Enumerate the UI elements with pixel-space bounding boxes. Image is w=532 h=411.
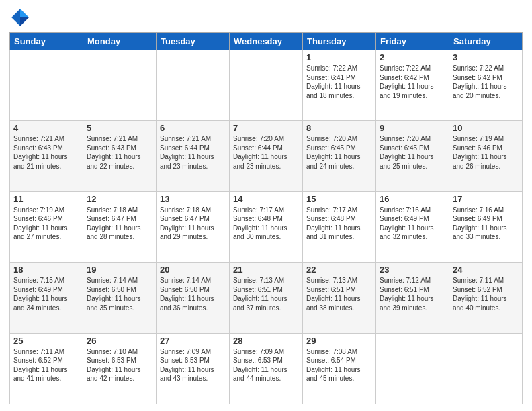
- day-number: 3: [453, 52, 519, 62]
- day-info: Sunrise: 7:09 AM Sunset: 6:53 PM Dayligh…: [233, 347, 299, 383]
- day-info: Sunrise: 7:10 AM Sunset: 6:53 PM Dayligh…: [87, 347, 152, 383]
- calendar-cell: 23Sunrise: 7:12 AM Sunset: 6:51 PM Dayli…: [376, 263, 449, 333]
- day-header-tuesday: Tuesday: [157, 33, 230, 50]
- header-row: SundayMondayTuesdayWednesdayThursdayFrid…: [10, 33, 523, 50]
- calendar-cell: 28Sunrise: 7:09 AM Sunset: 6:53 PM Dayli…: [230, 333, 303, 404]
- day-info: Sunrise: 7:21 AM Sunset: 6:43 PM Dayligh…: [87, 134, 152, 171]
- calendar-cell: 2Sunrise: 7:22 AM Sunset: 6:42 PM Daylig…: [376, 50, 449, 121]
- week-row-1: 1Sunrise: 7:22 AM Sunset: 6:41 PM Daylig…: [10, 50, 523, 121]
- day-info: Sunrise: 7:08 AM Sunset: 6:54 PM Dayligh…: [306, 347, 372, 383]
- calendar-cell: 8Sunrise: 7:20 AM Sunset: 6:45 PM Daylig…: [303, 121, 376, 191]
- day-info: Sunrise: 7:20 AM Sunset: 6:45 PM Dayligh…: [380, 134, 445, 171]
- calendar-cell: [230, 50, 303, 121]
- day-number: 18: [13, 265, 79, 275]
- day-info: Sunrise: 7:21 AM Sunset: 6:44 PM Dayligh…: [160, 134, 226, 171]
- day-info: Sunrise: 7:18 AM Sunset: 6:47 PM Dayligh…: [87, 205, 152, 242]
- calendar-cell: 18Sunrise: 7:15 AM Sunset: 6:49 PM Dayli…: [10, 263, 83, 333]
- week-row-4: 18Sunrise: 7:15 AM Sunset: 6:49 PM Dayli…: [10, 263, 523, 333]
- day-number: 13: [160, 194, 226, 204]
- day-info: Sunrise: 7:19 AM Sunset: 6:46 PM Dayligh…: [13, 205, 79, 242]
- day-header-saturday: Saturday: [449, 33, 523, 50]
- calendar-cell: 14Sunrise: 7:17 AM Sunset: 6:48 PM Dayli…: [230, 191, 303, 262]
- calendar-cell: [376, 333, 449, 404]
- calendar-cell: 22Sunrise: 7:13 AM Sunset: 6:51 PM Dayli…: [303, 263, 376, 333]
- calendar-cell: 5Sunrise: 7:21 AM Sunset: 6:43 PM Daylig…: [83, 121, 157, 191]
- week-row-3: 11Sunrise: 7:19 AM Sunset: 6:46 PM Dayli…: [10, 191, 523, 262]
- calendar-cell: 1Sunrise: 7:22 AM Sunset: 6:41 PM Daylig…: [303, 50, 376, 121]
- day-info: Sunrise: 7:22 AM Sunset: 6:41 PM Dayligh…: [306, 64, 372, 100]
- day-number: 8: [306, 123, 372, 133]
- calendar-cell: 19Sunrise: 7:14 AM Sunset: 6:50 PM Dayli…: [83, 263, 157, 333]
- page: SundayMondayTuesdayWednesdayThursdayFrid…: [0, 0, 532, 411]
- calendar-cell: [449, 333, 523, 404]
- day-info: Sunrise: 7:13 AM Sunset: 6:51 PM Dayligh…: [306, 276, 372, 312]
- calendar-cell: [157, 50, 230, 121]
- day-info: Sunrise: 7:11 AM Sunset: 6:52 PM Dayligh…: [13, 347, 79, 383]
- day-info: Sunrise: 7:20 AM Sunset: 6:45 PM Dayligh…: [306, 134, 372, 171]
- day-number: 28: [233, 336, 299, 346]
- day-info: Sunrise: 7:14 AM Sunset: 6:50 PM Dayligh…: [160, 276, 226, 312]
- day-info: Sunrise: 7:16 AM Sunset: 6:49 PM Dayligh…: [380, 205, 445, 242]
- calendar-cell: 11Sunrise: 7:19 AM Sunset: 6:46 PM Dayli…: [10, 191, 83, 262]
- calendar-cell: [83, 50, 157, 121]
- day-info: Sunrise: 7:14 AM Sunset: 6:50 PM Dayligh…: [87, 276, 152, 312]
- calendar-cell: 15Sunrise: 7:17 AM Sunset: 6:48 PM Dayli…: [303, 191, 376, 262]
- day-info: Sunrise: 7:17 AM Sunset: 6:48 PM Dayligh…: [306, 205, 372, 242]
- day-number: 19: [87, 265, 152, 275]
- day-info: Sunrise: 7:22 AM Sunset: 6:42 PM Dayligh…: [380, 64, 445, 100]
- calendar-cell: 16Sunrise: 7:16 AM Sunset: 6:49 PM Dayli…: [376, 191, 449, 262]
- calendar-cell: [10, 50, 83, 121]
- logo: [9, 7, 34, 28]
- day-info: Sunrise: 7:16 AM Sunset: 6:49 PM Dayligh…: [453, 205, 519, 242]
- day-number: 10: [453, 123, 519, 133]
- day-number: 23: [380, 265, 445, 275]
- day-info: Sunrise: 7:18 AM Sunset: 6:47 PM Dayligh…: [160, 205, 226, 242]
- calendar-cell: 26Sunrise: 7:10 AM Sunset: 6:53 PM Dayli…: [83, 333, 157, 404]
- day-header-sunday: Sunday: [10, 33, 83, 50]
- calendar-cell: 7Sunrise: 7:20 AM Sunset: 6:44 PM Daylig…: [230, 121, 303, 191]
- calendar-cell: 25Sunrise: 7:11 AM Sunset: 6:52 PM Dayli…: [10, 333, 83, 404]
- svg-marker-2: [20, 17, 29, 26]
- day-header-wednesday: Wednesday: [230, 33, 303, 50]
- day-info: Sunrise: 7:22 AM Sunset: 6:42 PM Dayligh…: [453, 64, 519, 100]
- day-number: 14: [233, 194, 299, 204]
- calendar-cell: 4Sunrise: 7:21 AM Sunset: 6:43 PM Daylig…: [10, 121, 83, 191]
- header: [9, 7, 523, 28]
- week-row-2: 4Sunrise: 7:21 AM Sunset: 6:43 PM Daylig…: [10, 121, 523, 191]
- calendar-cell: 13Sunrise: 7:18 AM Sunset: 6:47 PM Dayli…: [157, 191, 230, 262]
- day-info: Sunrise: 7:12 AM Sunset: 6:51 PM Dayligh…: [380, 276, 445, 312]
- day-number: 4: [13, 123, 79, 133]
- day-number: 7: [233, 123, 299, 133]
- day-number: 16: [380, 194, 445, 204]
- day-number: 15: [306, 194, 372, 204]
- day-number: 2: [380, 52, 445, 62]
- day-info: Sunrise: 7:21 AM Sunset: 6:43 PM Dayligh…: [13, 134, 79, 171]
- day-header-friday: Friday: [376, 33, 449, 50]
- day-number: 5: [87, 123, 152, 133]
- calendar-cell: 21Sunrise: 7:13 AM Sunset: 6:51 PM Dayli…: [230, 263, 303, 333]
- day-info: Sunrise: 7:09 AM Sunset: 6:53 PM Dayligh…: [160, 347, 226, 383]
- day-info: Sunrise: 7:17 AM Sunset: 6:48 PM Dayligh…: [233, 205, 299, 242]
- day-number: 9: [380, 123, 445, 133]
- day-number: 24: [453, 265, 519, 275]
- calendar-cell: 24Sunrise: 7:11 AM Sunset: 6:52 PM Dayli…: [449, 263, 523, 333]
- day-number: 22: [306, 265, 372, 275]
- calendar-cell: 6Sunrise: 7:21 AM Sunset: 6:44 PM Daylig…: [157, 121, 230, 191]
- calendar-cell: 12Sunrise: 7:18 AM Sunset: 6:47 PM Dayli…: [83, 191, 157, 262]
- day-number: 29: [306, 336, 372, 346]
- calendar-table: SundayMondayTuesdayWednesdayThursdayFrid…: [9, 32, 523, 404]
- day-number: 6: [160, 123, 226, 133]
- calendar-cell: 9Sunrise: 7:20 AM Sunset: 6:45 PM Daylig…: [376, 121, 449, 191]
- day-header-thursday: Thursday: [303, 33, 376, 50]
- calendar-cell: 27Sunrise: 7:09 AM Sunset: 6:53 PM Dayli…: [157, 333, 230, 404]
- day-number: 21: [233, 265, 299, 275]
- day-number: 26: [87, 336, 152, 346]
- day-number: 20: [160, 265, 226, 275]
- calendar-cell: 3Sunrise: 7:22 AM Sunset: 6:42 PM Daylig…: [449, 50, 523, 121]
- logo-icon: [9, 7, 31, 28]
- day-info: Sunrise: 7:13 AM Sunset: 6:51 PM Dayligh…: [233, 276, 299, 312]
- day-number: 17: [453, 194, 519, 204]
- day-number: 27: [160, 336, 226, 346]
- day-number: 12: [87, 194, 152, 204]
- day-info: Sunrise: 7:15 AM Sunset: 6:49 PM Dayligh…: [13, 276, 79, 312]
